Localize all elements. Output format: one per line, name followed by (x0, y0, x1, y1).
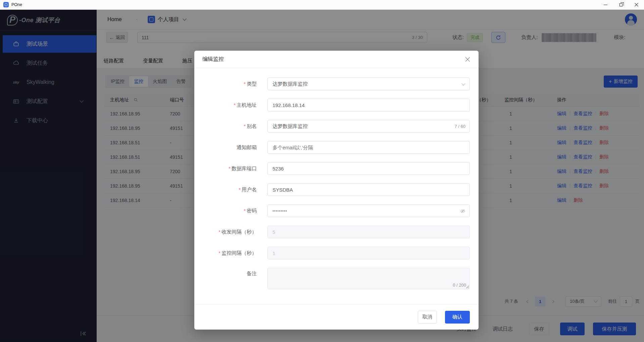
close-icon (634, 3, 638, 7)
monitor-interval-label: 监控间隔（秒） (221, 250, 257, 256)
remark-field[interactable] (268, 268, 469, 282)
minimize-button[interactable] (598, 0, 613, 9)
host-label: 主机地址 (237, 102, 257, 108)
db-port-field[interactable] (268, 166, 469, 172)
db-port-label: 数据库端口 (232, 165, 257, 171)
field-row-remark: 备注 0 / 200 (194, 268, 479, 289)
window-title: POne (11, 2, 22, 7)
field-row-monitor-interval: *监控间隔（秒） (194, 247, 479, 259)
username-field[interactable] (268, 187, 469, 193)
eye-off-icon[interactable] (460, 208, 465, 215)
field-row-username: *用户名 (194, 183, 479, 196)
field-row-type: *类型 达梦数据库监控 (194, 78, 479, 90)
app-icon (3, 2, 9, 7)
monitor-interval-field (268, 250, 469, 256)
field-row-email: 通知邮箱 (194, 141, 479, 154)
send-interval-label: 收发间隔（秒） (221, 229, 257, 235)
email-field[interactable] (268, 145, 469, 150)
close-window-button[interactable] (629, 0, 644, 9)
confirm-button[interactable]: 确认 (445, 311, 470, 324)
send-interval-field (268, 229, 469, 235)
alias-label: 别名 (247, 123, 257, 129)
field-row-host: *主机地址 (194, 99, 479, 111)
password-label: 密码 (247, 208, 257, 213)
os-titlebar: POne (0, 0, 644, 10)
password-field[interactable] (268, 209, 469, 213)
chevron-down-icon (461, 82, 465, 85)
dialog-title: 编辑监控 (202, 56, 224, 63)
host-field[interactable] (268, 102, 469, 108)
field-row-password: *密码 (194, 204, 479, 217)
field-row-send-interval: *收发间隔（秒） (194, 226, 479, 238)
remark-label: 备注 (247, 271, 257, 276)
edit-monitor-dialog: 编辑监控 *类型 达梦数据库监控 *主机地址 *别名 7 / 60 通知邮箱 (194, 51, 479, 330)
minimize-icon (604, 5, 607, 5)
restore-icon (620, 3, 623, 6)
email-label: 通知邮箱 (237, 144, 257, 150)
remark-counter: 0 / 200 (453, 283, 466, 288)
dialog-close-icon[interactable] (465, 57, 470, 62)
alias-counter: 7 / 60 (454, 124, 465, 129)
cancel-button[interactable]: 取消 (418, 311, 437, 324)
field-row-db-port: *数据库端口 (194, 162, 479, 175)
field-row-alias: *别名 7 / 60 (194, 120, 479, 133)
type-select[interactable]: 达梦数据库监控 (267, 78, 470, 90)
restore-button[interactable] (613, 0, 629, 9)
dialog-footer: 取消 确认 (194, 304, 479, 330)
alias-field[interactable] (268, 124, 469, 129)
username-label: 用户名 (242, 187, 257, 192)
type-label: 类型 (247, 81, 257, 87)
